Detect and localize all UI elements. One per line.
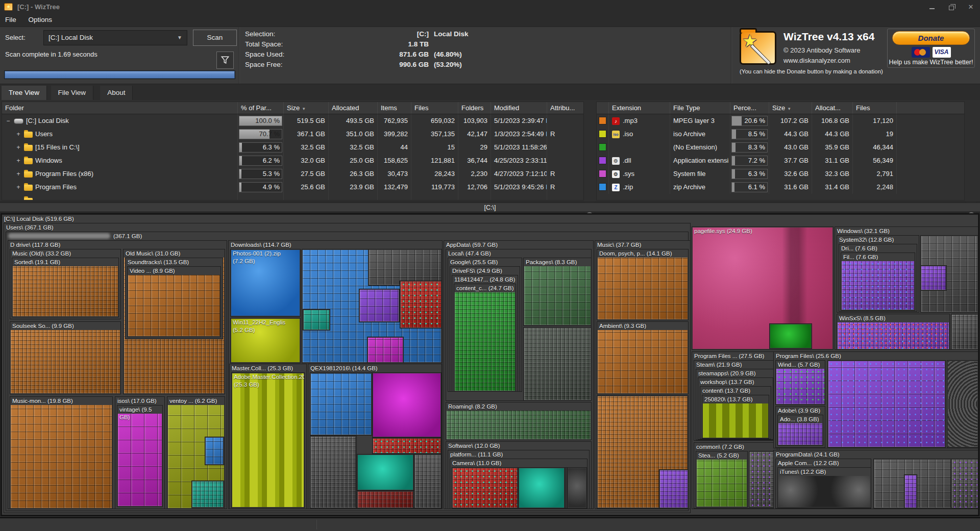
treemap-node[interactable]	[920, 265, 947, 291]
divider	[731, 27, 732, 84]
treemap-node[interactable]: Ambient\ (9.3 GB)	[597, 321, 689, 394]
treemap-node[interactable]: iTunes\ (12.2 GB)	[777, 467, 871, 508]
column-header[interactable]: Files	[853, 102, 897, 114]
scan-button[interactable]: Scan	[193, 30, 237, 46]
treemap-node[interactable]	[523, 327, 592, 401]
column-header[interactable]: Size▼	[769, 102, 812, 114]
column-header[interactable]	[597, 102, 609, 114]
column-header[interactable]: Size▼	[284, 102, 329, 114]
redacted-username	[8, 233, 110, 239]
treemap-node[interactable]	[659, 469, 689, 509]
treemap-node[interactable]: Win11_22H2_Englis (5.2 GB)	[230, 318, 301, 363]
maximize-button[interactable]	[945, 2, 958, 12]
donate-button[interactable]: Donate	[892, 31, 970, 45]
column-header[interactable]: File Type	[670, 102, 730, 114]
menu-file[interactable]: File	[0, 14, 21, 25]
column-header[interactable]: Perce...	[730, 102, 769, 114]
treemap-node[interactable]: Doom, psych, p... (14.1 GB)	[597, 249, 689, 320]
column-header[interactable]: Items	[378, 102, 411, 114]
treemap-node[interactable]	[567, 467, 587, 509]
table-row[interactable]: +[15 Files in C:\]6.3 %32.5 GB32.5 GB441…	[2, 141, 583, 154]
treemap-node[interactable]: Ado... (3.8 GB)	[777, 415, 823, 446]
wand-icon	[750, 44, 771, 65]
treemap-node[interactable]: Adobe.Master.Collection.20 (25.3 GB)	[231, 372, 305, 508]
table-row[interactable]: −[C:] Local Disk100.0 %519.5 GB493.5 GB7…	[2, 114, 583, 128]
title-bar[interactable]: ★ [C:] - WizTree ✕	[0, 0, 980, 14]
column-header[interactable]: Files	[411, 102, 458, 114]
table-row[interactable]: ♪.mp3MPEG layer 320.6 %107.2 GB106.8 GB1…	[597, 114, 964, 128]
treemap-node[interactable]	[359, 289, 400, 322]
column-header[interactable]: Modified	[491, 102, 547, 114]
filter-button[interactable]	[216, 52, 234, 69]
selection-summary: Selection:[C:]Local DiskTotal Space:1.8 …	[245, 29, 469, 70]
treemap-node[interactable]	[414, 454, 442, 509]
treemap-node[interactable]: Roaming\ (8.2 GB)	[446, 402, 592, 440]
table-row[interactable]: iso.isoiso Archive8.5 %44.3 GB44.3 GB19	[597, 128, 964, 141]
treemap-node[interactable]	[372, 372, 442, 438]
close-button[interactable]: ✕	[965, 2, 977, 12]
treemap-node[interactable]: Packages\ (8.3 GB)	[523, 258, 592, 326]
table-row[interactable]: +Windows6.2 %32.0 GB25.0 GB158,625121,88…	[2, 154, 583, 167]
treemap-node[interactable]: Stea... (5.2 GB)	[696, 451, 748, 508]
treemap-node[interactable]	[372, 438, 442, 454]
treemap-node[interactable]	[947, 360, 978, 448]
tab-tree-view[interactable]: Tree View	[2, 86, 47, 100]
treemap-node[interactable]	[951, 314, 978, 350]
table-row[interactable]: +Program Files4.9 %25.6 GB23.9 GB132,479…	[2, 181, 583, 194]
column-header[interactable]: Allocat...	[812, 102, 853, 114]
column-header[interactable]: % of Par...	[238, 102, 284, 114]
treemap-node[interactable]	[904, 474, 917, 509]
treemap-node[interactable]: Soulseek So... (9.9 GB)	[10, 321, 121, 394]
treemap-node[interactable]	[749, 451, 776, 508]
treemap-node[interactable]	[357, 454, 414, 491]
table-row[interactable]: ⚙.dllApplication extensi7.2 %37.7 GB31.1…	[597, 154, 964, 167]
status-bar	[0, 517, 980, 531]
table-row[interactable]	[2, 194, 583, 200]
selection-row: Space Used:871.6 GB(46.80%)	[245, 49, 469, 60]
treemap-node[interactable]	[367, 337, 404, 363]
treemap-node[interactable]	[357, 491, 414, 509]
treemap-node[interactable]	[303, 309, 330, 331]
column-header[interactable]: Allocated	[329, 102, 378, 114]
treemap-node[interactable]	[452, 467, 518, 509]
treemap-node[interactable]	[310, 372, 372, 436]
column-header[interactable]: Extension	[609, 102, 670, 114]
mastercard-icon	[912, 47, 930, 58]
table-row[interactable]: +Program Files (x86)5.3 %27.5 GB26.3 GB3…	[2, 167, 583, 181]
menu-options[interactable]: Options	[23, 14, 57, 25]
tab-about[interactable]: About	[100, 86, 133, 100]
treemap-node[interactable]: pagefile.sys (24.9 GB)	[692, 226, 834, 350]
window-title: [C:] - WizTree	[17, 3, 60, 11]
treemap-node[interactable]: Video ... (8.9 GB)	[127, 266, 221, 337]
column-header[interactable]: Attribu...	[547, 102, 584, 114]
treemap-node[interactable]: Music-mon... (19.8 GB)	[10, 396, 113, 509]
minimize-button[interactable]	[926, 2, 938, 12]
treemap-node[interactable]	[827, 360, 946, 448]
treemap-node[interactable]: content_c... (24.7 GB)	[454, 284, 516, 392]
treemap-node[interactable]: Wind... (5.7 GB)	[775, 360, 825, 405]
table-row[interactable]: ⚙.sysSystem file6.3 %32.6 GB32.3 GB2,791	[597, 167, 964, 181]
treemap-node[interactable]: vintage\ (9.5 GB)	[117, 405, 163, 507]
treemap-node[interactable]	[191, 481, 224, 508]
treemap-node[interactable]	[400, 281, 442, 328]
column-header[interactable]: Folder	[2, 102, 238, 114]
treemap-node[interactable]	[769, 323, 812, 349]
treemap-node[interactable]: Photos-001 (2).zip (7.2 GB)	[230, 249, 301, 317]
treemap-node[interactable]: Fil... (7.6 GB)	[841, 252, 915, 311]
tab-file-view[interactable]: File View	[51, 86, 94, 100]
extension-color-swatch	[599, 183, 606, 191]
treemap-node[interactable]: Sorted\ (19.1 GB)	[12, 258, 119, 317]
treemap-node[interactable]	[951, 459, 978, 509]
treemap-node[interactable]	[205, 437, 224, 465]
treemap-node[interactable]: 250820\ (13.7 GB)	[702, 395, 769, 439]
drive-select[interactable]: [C:] Local Disk ▼	[43, 30, 187, 45]
column-header[interactable]: Folders	[458, 102, 491, 114]
table-row[interactable]: Z.zipzip Archive6.1 %31.6 GB31.4 GB2,248	[597, 181, 964, 194]
table-row[interactable]: +Users70.7 %367.1 GB351.0 GB399,282357,1…	[2, 128, 583, 141]
website-link[interactable]: www.diskanalyzer.com	[783, 57, 850, 64]
treemap-panel: [C:\] Local Disk (519.6 GB)Users\ (367.1…	[1, 213, 979, 516]
treemap-node[interactable]: WinSxS\ (8.5 GB)	[837, 314, 950, 350]
table-row[interactable]: (No Extension)8.3 %43.0 GB35.9 GB46,344	[597, 141, 964, 154]
treemap-node[interactable]	[310, 436, 357, 509]
treemap-node[interactable]	[518, 467, 565, 509]
